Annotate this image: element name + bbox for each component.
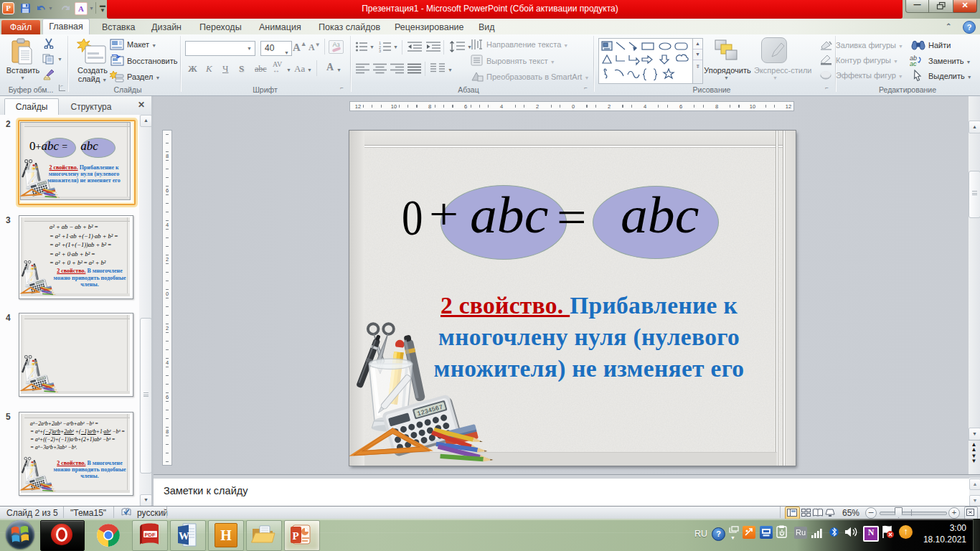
svg-text:PDF: PDF [145,532,156,538]
svg-text:3: 3 [379,49,381,52]
svg-text:P: P [293,530,299,542]
svg-text:ac: ac [910,60,917,67]
svg-text:W: W [179,530,189,542]
